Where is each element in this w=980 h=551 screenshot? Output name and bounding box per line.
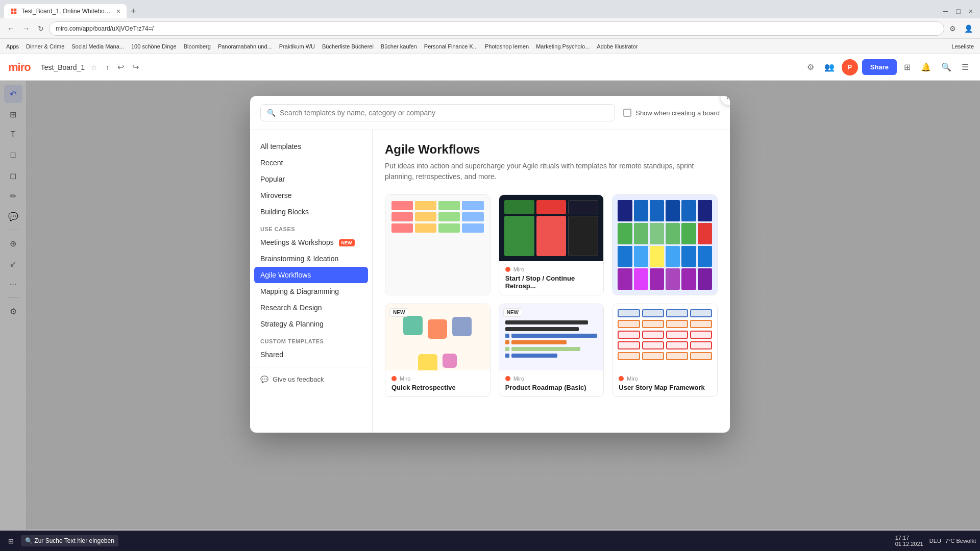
stopstart-preview — [499, 195, 604, 261]
sidebar-agile-workflows[interactable]: Agile Workflows — [254, 267, 368, 283]
sidebar-strategy[interactable]: Strategy & Planning — [250, 316, 372, 332]
browser-chrome: Test_Board_1, Online Whiteboar... × + ─ … — [0, 0, 980, 54]
template-card-stopstart[interactable]: Miro Start / Stop / Continue Retrosp... — [499, 194, 604, 295]
close-window-button[interactable]: × — [966, 6, 976, 16]
stopstart-author: Miro — [505, 266, 598, 272]
sidebar-mapping[interactable]: Mapping & Diagramming — [250, 283, 372, 299]
share-button[interactable]: Share — [862, 59, 897, 75]
usm-author: Miro — [619, 375, 711, 382]
taskbar-time: 17:17 01.12.2021 — [895, 535, 923, 547]
svg-rect-3 — [14, 12, 17, 14]
header-actions: ⚙ 👥 P Share ⊞ 🔔 🔍 ☰ — [804, 59, 972, 76]
bookmark-panorama[interactable]: Panoramabahn und... — [216, 42, 274, 51]
search-taskbar[interactable]: 🔍 Zur Suche Text hier eingeben — [21, 535, 118, 546]
bookmark-photoshop[interactable]: Photoshop lernen — [483, 42, 531, 51]
feedback-icon: 💬 — [260, 375, 268, 383]
new-badge: NEW — [339, 239, 355, 246]
search-input[interactable] — [280, 109, 608, 117]
navigation-bar: ← → ↻ miro.com/app/board/uXjVOeTrz74=/ ⚙… — [0, 18, 980, 39]
avatar[interactable]: P — [842, 59, 858, 76]
tab-close-button[interactable]: × — [116, 7, 120, 15]
svg-rect-0 — [11, 9, 14, 11]
extensions-button[interactable]: ⚙ — [946, 22, 959, 35]
roadmap-card-info: Miro Product Roadmap (Basic) — [499, 370, 604, 396]
apps-bookmark[interactable]: Apps — [4, 42, 21, 51]
sidebar-brainstorming[interactable]: Brainstorming & Ideation — [250, 251, 372, 267]
menu-icon[interactable]: ☰ — [959, 59, 972, 75]
bookmark-buecher[interactable]: Bücher kaufen — [379, 42, 419, 51]
show-creating-checkbox[interactable] — [623, 109, 631, 117]
template-card-pi[interactable]: Miro PI Planning — [612, 194, 718, 295]
modal-overlay[interactable]: × 🔍 Show when creating a board Al — [0, 81, 980, 551]
bookmark-social[interactable]: Social Media Mana... — [69, 42, 126, 51]
notification-icon[interactable]: 🔔 — [918, 59, 934, 75]
profile-button[interactable]: 👤 — [961, 22, 976, 35]
bookmark-buecherliste[interactable]: Bücherliste Bücherei — [320, 42, 376, 51]
feedback-label: Give us feedback — [273, 375, 324, 383]
modal-body: All templates Recent Popular Miroverse B… — [250, 130, 730, 433]
miro-dot-5 — [505, 376, 510, 381]
back-button[interactable]: ← — [4, 22, 17, 35]
search-wrapper[interactable]: 🔍 — [260, 104, 615, 121]
svg-rect-2 — [11, 12, 14, 14]
address-bar[interactable]: miro.com/app/board/uXjVOeTrz74=/ — [49, 21, 944, 36]
board-name: Test_Board_1 — [41, 63, 85, 71]
bookmark-marketing[interactable]: Marketing Psycholo... — [534, 42, 592, 51]
sidebar-miroverse[interactable]: Miroverse — [250, 187, 372, 204]
tab-title: Test_Board_1, Online Whiteboar... — [21, 8, 112, 15]
quickretro-author: Miro — [391, 375, 484, 382]
new-tab-button[interactable]: + — [127, 6, 140, 17]
search-header-icon[interactable]: 🔍 — [938, 59, 954, 75]
grid-icon[interactable]: ⊞ — [901, 59, 914, 75]
svg-rect-1 — [14, 9, 17, 11]
usm-preview — [612, 304, 717, 370]
content-description: Put ideas into action and supercharge yo… — [385, 161, 718, 182]
sidebar-building-blocks[interactable]: Building Blocks — [250, 204, 372, 220]
pi-preview — [612, 195, 717, 295]
sidebar-all-templates[interactable]: All templates — [250, 138, 372, 155]
start-button[interactable]: ⊞ — [4, 535, 18, 547]
share-icon[interactable]: ↑ — [106, 63, 109, 71]
sidebar-recent[interactable]: Recent — [250, 155, 372, 171]
stopstart-card-name: Start / Stop / Continue Retrosp... — [505, 274, 598, 290]
template-card-quickretro[interactable]: NEW Miro — [385, 304, 491, 397]
new-badge-roadmap: NEW — [503, 308, 522, 317]
forward-button[interactable]: → — [19, 22, 33, 35]
bookmark-100dinge[interactable]: 100 schöne Dinge — [129, 42, 179, 51]
minimize-button[interactable]: ─ — [940, 6, 951, 16]
canvas-area[interactable]: ↶ ⊞ T □ ◻ ✏ 💬 ⊕ ↙ ··· ⚙ ⊞ ⊡ □ ▶ ⊞ ⊕ 📷 ⏱ … — [0, 81, 980, 551]
pi-card-info: Miro PI Planning — [612, 295, 717, 295]
maximize-button[interactable]: □ — [953, 6, 963, 16]
bookmark-bloomberg[interactable]: Bloomberg — [182, 42, 213, 51]
sidebar-research[interactable]: Research & Design — [250, 299, 372, 316]
feedback-button[interactable]: 💬 Give us feedback — [250, 367, 372, 391]
template-card-usm[interactable]: Miro User Story Map Framework — [612, 304, 718, 397]
sidebar-meetings-workshops[interactable]: Meetings & Workshops NEW — [250, 234, 372, 251]
sidebar-popular[interactable]: Popular — [250, 171, 372, 187]
bookmark-praktikum[interactable]: Praktikum WU — [277, 42, 317, 51]
bookmarks-bar: Apps Dinner & Crime Social Media Mana...… — [0, 39, 980, 54]
miro-dot-4 — [391, 376, 397, 381]
star-icon[interactable]: ☆ — [91, 63, 97, 71]
template-card-roadmap[interactable]: NEW — [499, 304, 604, 397]
active-tab[interactable]: Test_Board_1, Online Whiteboar... × — [4, 4, 127, 18]
bookmark-finance[interactable]: Personal Finance K... — [422, 42, 480, 51]
undo-icon[interactable]: ↩ — [117, 62, 124, 72]
template-card-kanban[interactable]: Miro Kanban Framework — [385, 194, 491, 295]
settings-icon[interactable]: ⚙ — [804, 59, 817, 75]
redo-icon[interactable]: ↪ — [132, 62, 139, 72]
stopstart-card-info: Miro Start / Stop / Continue Retrosp... — [499, 261, 604, 295]
show-creating-label: Show when creating a board — [635, 109, 720, 117]
usm-card-name: User Story Map Framework — [619, 384, 711, 391]
refresh-button[interactable]: ↻ — [35, 22, 47, 35]
collaborate-icon[interactable]: 👥 — [821, 59, 838, 75]
sidebar-shared[interactable]: Shared — [250, 346, 372, 363]
show-creating-option[interactable]: Show when creating a board — [623, 109, 720, 117]
bookmark-adobe[interactable]: Adobe Illustrator — [595, 42, 640, 51]
search-icon: 🔍 — [267, 109, 276, 117]
quickretro-card-name: Quick Retrospective — [391, 384, 484, 391]
roadmap-card-name: Product Roadmap (Basic) — [505, 384, 598, 391]
bookmark-leseliste[interactable]: Leseliste — [950, 42, 976, 51]
bookmark-dinner[interactable]: Dinner & Crime — [24, 42, 66, 51]
templates-grid: Miro Kanban Framework — [385, 194, 718, 397]
